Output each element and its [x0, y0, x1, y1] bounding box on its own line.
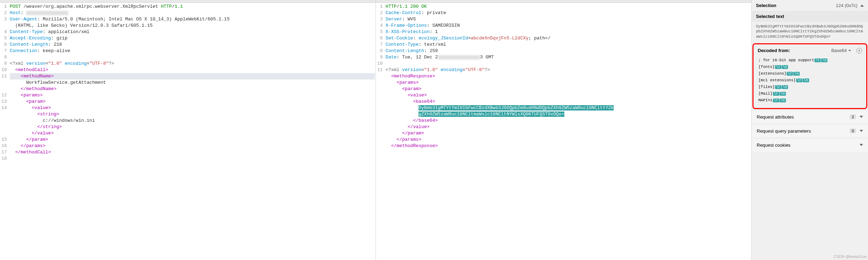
chevron-down-icon	[860, 130, 863, 132]
chevron-down-icon[interactable]	[848, 50, 851, 51]
selected-text-block[interactable]: OyBmb3IgMTYtYmI0IGFwcCBzdXBwb3J0DQpbZm9u…	[752, 22, 868, 43]
chevron-up-icon[interactable]	[860, 5, 864, 7]
decoded-from-label: Decoded from:	[758, 48, 790, 53]
chevron-down-icon	[860, 116, 863, 118]
chevron-down-icon	[860, 144, 863, 146]
inspector-section[interactable]: Request cookies	[752, 138, 868, 152]
inspector-section[interactable]: Request attributes2	[752, 110, 868, 124]
selection-value: 124 (0x7c)	[836, 3, 857, 8]
response-panel: 1234567891011 HTTP/1.1 200 OKCache-Contr…	[376, 0, 752, 260]
watermark: CSDN @keepb1ue	[833, 254, 867, 259]
inspector-panel: Selection 124 (0x7c) Selected text OyBmb…	[752, 0, 868, 260]
request-tabs[interactable]	[0, 0, 376, 3]
plus-icon[interactable]: +	[856, 48, 862, 53]
selection-header[interactable]: Selection 124 (0x7c)	[752, 0, 868, 11]
selected-text-label: Selected text	[756, 14, 784, 19]
inspector-section[interactable]: Request query parameters0	[752, 124, 868, 138]
decoded-header: Decoded from: Base64 +	[754, 44, 866, 56]
decoded-from-value[interactable]: Base64	[831, 48, 847, 53]
request-panel: 123456789101112131415161718 POST /weaver…	[0, 0, 376, 260]
request-code[interactable]: 123456789101112131415161718 POST /weaver…	[0, 3, 376, 163]
response-code[interactable]: 1234567891011 HTTP/1.1 200 OKCache-Contr…	[376, 3, 751, 150]
selection-label: Selection	[756, 3, 776, 8]
response-tabs[interactable]	[376, 0, 751, 3]
decoded-section: Decoded from: Base64 + ; for 16-bit app …	[752, 43, 867, 109]
decoded-body[interactable]: ; for 16-bit app support\r\n[fonts]\r\n[…	[754, 56, 866, 105]
selected-text-header: Selected text	[752, 11, 868, 22]
